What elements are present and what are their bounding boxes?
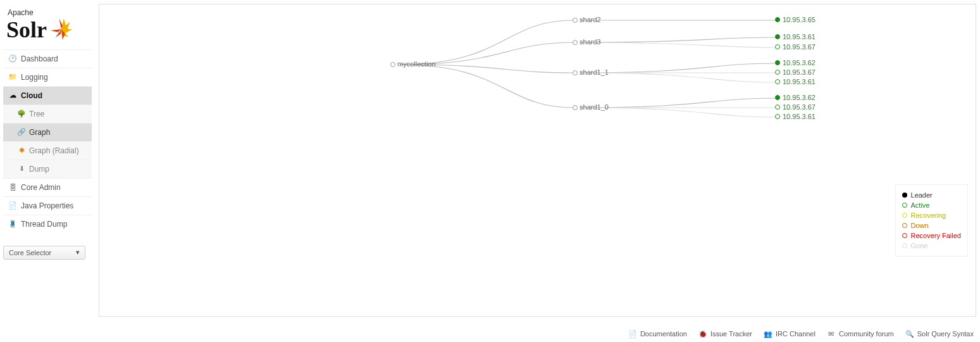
people-icon: 👥: [764, 329, 772, 338]
cloud-icon: ☁: [8, 91, 17, 100]
legend-down: Down: [902, 220, 961, 231]
legend: Leader Active Recovering Down Recovery F…: [895, 184, 968, 256]
footer-query-syntax[interactable]: 🔍Solr Query Syntax: [905, 329, 974, 338]
legend-active: Active: [902, 200, 961, 210]
subnav-tree[interactable]: 🌳Tree: [3, 104, 92, 123]
gone-ring-icon: [902, 243, 907, 248]
node-icon: [573, 40, 578, 45]
leader-icon: [775, 17, 780, 22]
nav-core-admin[interactable]: 🗄Core Admin: [3, 178, 92, 196]
leader-icon: [775, 34, 780, 39]
replica-node: 10.95.3.67: [775, 103, 816, 111]
recovering-ring-icon: [902, 213, 907, 218]
leader-icon: [775, 95, 780, 100]
bug-icon: 🐞: [698, 329, 707, 338]
mail-icon: ✉: [827, 329, 836, 338]
footer-issue-tracker[interactable]: 🐞Issue Tracker: [698, 329, 752, 338]
node-icon: [390, 62, 395, 67]
radial-icon: ✱: [17, 146, 26, 155]
nav-thread-dump[interactable]: 🧵Thread Dump: [3, 215, 92, 233]
legend-recovery-failed: Recovery Failed: [902, 231, 961, 241]
node-icon: [573, 70, 578, 75]
nav-logging[interactable]: 📁Logging: [3, 68, 92, 86]
nav-cloud[interactable]: ☁Cloud: [3, 86, 92, 104]
replica-node: 10.95.3.67: [775, 68, 816, 76]
cloud-subnav: 🌳Tree 🔗Graph ✱Graph (Radial) ⬇Dump: [3, 104, 92, 178]
sidebar: Apache Solr 🕑Dashboard 📁Logging ☁Cloud: [0, 0, 95, 336]
footer-irc[interactable]: 👥IRC Channel: [764, 329, 816, 338]
logo-main-text: Solr: [6, 17, 89, 43]
active-icon: [775, 104, 780, 110]
replica-node: 10.95.3.65: [775, 16, 816, 23]
shard-node: shard3: [573, 38, 601, 46]
nav-dashboard[interactable]: 🕑Dashboard: [3, 49, 92, 68]
replica-node: 10.95.3.61: [775, 113, 816, 120]
shard-node: shard2: [573, 16, 601, 23]
replica-node: 10.95.3.62: [775, 94, 816, 101]
replica-node: 10.95.3.61: [775, 78, 816, 86]
footer-forum[interactable]: ✉Community forum: [827, 329, 894, 338]
active-icon: [775, 79, 780, 84]
active-icon: [775, 114, 780, 119]
recfail-ring-icon: [902, 233, 907, 238]
legend-recovering: Recovering: [902, 210, 961, 220]
doc-icon: 📄: [8, 201, 17, 210]
down-ring-icon: [902, 223, 907, 228]
graph-icon: 🔗: [17, 128, 26, 137]
node-icon: [573, 18, 578, 23]
replica-node: 10.95.3.62: [775, 59, 816, 66]
search-doc-icon: 🔍: [905, 329, 914, 338]
legend-leader: Leader: [902, 190, 961, 200]
leader-icon: [775, 60, 780, 65]
collection-node: mycollection: [390, 60, 436, 68]
node-icon: [573, 105, 578, 110]
replica-node: 10.95.3.67: [775, 43, 816, 51]
sun-icon: [49, 17, 73, 43]
active-ring-icon: [902, 203, 907, 208]
cloud-graph: mycollection shard2 shard3 shard1_1 shar…: [99, 4, 976, 316]
footer-links: 📄Documentation 🐞Issue Tracker 👥IRC Chann…: [628, 329, 974, 338]
subnav-dump[interactable]: ⬇Dump: [3, 160, 92, 178]
gauge-icon: 🕑: [8, 54, 17, 63]
shard-node: shard1_0: [573, 103, 609, 111]
replica-node: 10.95.3.61: [775, 33, 816, 41]
main-nav: 🕑Dashboard 📁Logging ☁Cloud: [3, 49, 92, 104]
footer-documentation[interactable]: 📄Documentation: [628, 329, 687, 338]
logo-top-text: Apache: [8, 8, 89, 17]
subnav-graph-radial[interactable]: ✱Graph (Radial): [3, 141, 92, 160]
leader-dot-icon: [902, 193, 907, 198]
active-icon: [775, 44, 780, 49]
legend-gone: Gone: [902, 241, 961, 251]
subnav-graph[interactable]: 🔗Graph: [3, 123, 92, 141]
nav-java-properties[interactable]: 📄Java Properties: [3, 196, 92, 215]
logo: Apache Solr: [3, 3, 92, 49]
core-selector[interactable]: Core Selector ▾: [3, 246, 85, 260]
dump-icon: ⬇: [17, 165, 26, 174]
shard-node: shard1_1: [573, 68, 609, 76]
active-icon: [775, 70, 780, 75]
main-panel: mycollection shard2 shard3 shard1_1 shar…: [99, 4, 976, 317]
tree-icon: 🌳: [17, 110, 26, 118]
folder-icon: 📁: [8, 73, 17, 82]
doc-icon: 📄: [628, 329, 637, 338]
main-nav-2: 🗄Core Admin 📄Java Properties 🧵Thread Dum…: [3, 178, 92, 233]
stack-icon: 🧵: [8, 220, 17, 229]
chevron-down-icon: ▾: [76, 248, 80, 256]
db-icon: 🗄: [8, 183, 17, 192]
